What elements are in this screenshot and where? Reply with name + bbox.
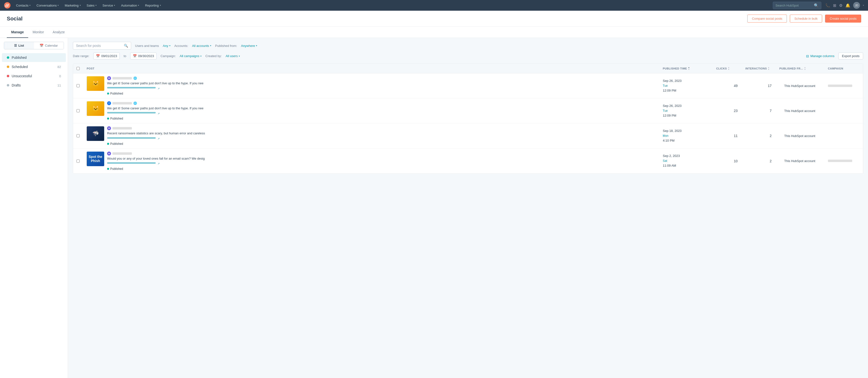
row-checkbox-4[interactable]	[73, 156, 83, 166]
posts-table: POST PUBLISHED TIME ▲ ▼ CLICKS ▲ ▼	[73, 63, 863, 174]
chevron-down-icon: ▾	[256, 44, 257, 47]
top-nav: Contacts ▾ Conversations ▾ Marketing ▾ S…	[0, 0, 868, 11]
published-time-1: Sep 26, 2023 Tue 12:09 PM	[659, 75, 712, 97]
table-row: 🦈 M Recent ransomware statistics are sca…	[73, 123, 863, 149]
status-badge-1: Published	[107, 92, 123, 95]
date-range-label: Date range:	[73, 54, 89, 58]
header-actions: Compare social posts Schedule in bulk Cr…	[747, 14, 861, 23]
clicks-4: 10	[712, 156, 741, 166]
create-social-posts-button[interactable]: Create social posts	[825, 14, 861, 23]
interactions-3: 2	[741, 130, 775, 141]
sort-desc-icon: ▼	[688, 68, 690, 70]
search-icon: 🔍	[124, 44, 128, 48]
post-cell-3[interactable]: 🦈 M Recent ransomware statistics are sca…	[83, 123, 659, 148]
drafts-status-dot	[7, 84, 9, 87]
chevron-down-icon: ▾	[239, 55, 240, 57]
sidebar-item-published[interactable]: Published	[2, 53, 66, 62]
campaign-1	[824, 81, 863, 91]
created-by-filter[interactable]: All users ▾	[226, 54, 240, 58]
row-checkbox-1[interactable]	[73, 81, 83, 91]
tab-monitor[interactable]: Monitor	[28, 27, 48, 38]
avatar[interactable]: JD	[853, 2, 860, 9]
filters-row-2: Date range: 📅 09/01/2023 to 📅 09/30/2023…	[73, 53, 863, 60]
interactions-2: 7	[741, 105, 775, 116]
accounts-label: Accounts:	[175, 44, 188, 48]
nav-service[interactable]: Service ▾	[100, 2, 118, 9]
row-checkbox-3[interactable]	[73, 131, 83, 141]
published-dot	[107, 143, 109, 145]
search-input[interactable]	[76, 44, 122, 48]
post-cell-1[interactable]: 🐱 M 🌐 We get it! Some career paths just …	[83, 73, 659, 98]
manage-columns-button[interactable]: ⊟ Manage columns	[806, 54, 835, 58]
notifications-icon[interactable]: 🔔	[845, 3, 850, 8]
schedule-in-bulk-button[interactable]: Schedule in bulk	[790, 14, 822, 23]
published-from-filter[interactable]: Anywhere ▾	[241, 44, 257, 48]
date-from-input[interactable]: 📅 09/01/2023	[93, 53, 120, 60]
sidebar-item-scheduled[interactable]: Scheduled 82	[2, 62, 66, 71]
tab-manage[interactable]: Manage	[7, 27, 28, 38]
main-content: 🔍 Users and teams Any ▾ Accounts: All ac…	[68, 38, 868, 378]
tabs-bar: Manage Monitor Analyze	[0, 27, 868, 38]
list-view-button[interactable]: ☰ List	[4, 42, 34, 49]
global-search-box[interactable]: 🔍	[773, 2, 822, 9]
published-time-3: Sep 18, 2023 Mon 4:10 PM	[659, 125, 712, 147]
nav-automation[interactable]: Automation ▾	[119, 2, 142, 9]
svg-point-1	[7, 4, 9, 6]
users-teams-filter[interactable]: Any ▾	[163, 44, 170, 48]
nav-reporting[interactable]: Reporting ▾	[143, 2, 163, 9]
page-title: Social	[7, 15, 23, 22]
calendar-view-button[interactable]: 📅 Calendar	[34, 42, 64, 49]
post-link-bar-2	[107, 112, 156, 114]
tab-analyze[interactable]: Analyze	[48, 27, 69, 38]
post-cell-4[interactable]: Spot the Phish M Would you or any of you…	[83, 149, 659, 174]
select-all-checkbox[interactable]	[76, 67, 80, 70]
accounts-filter[interactable]: All accounts ▾	[192, 44, 211, 48]
campaign-filter[interactable]: All campaigns ▾	[180, 54, 202, 58]
nav-sales[interactable]: Sales ▾	[84, 2, 99, 9]
th-published-time[interactable]: PUBLISHED TIME ▲ ▼	[659, 64, 712, 73]
th-clicks[interactable]: CLICKS ▲ ▼	[712, 64, 741, 73]
sort-asc-icon: ▲	[804, 67, 806, 68]
page-header: Social Compare social posts Schedule in …	[0, 11, 868, 27]
date-to-input[interactable]: 📅 09/30/2023	[130, 53, 157, 60]
hubspot-logo[interactable]	[4, 2, 11, 9]
search-icon: 🔍	[814, 3, 819, 8]
nav-marketing[interactable]: Marketing ▾	[62, 2, 83, 9]
sidebar-item-unsuccessful[interactable]: Unsuccessful 0	[2, 72, 66, 81]
marketplace-icon[interactable]: ⊞	[833, 3, 836, 8]
sidebar-item-drafts[interactable]: Drafts 11	[2, 81, 66, 90]
sort-desc-icon: ▼	[728, 68, 730, 70]
external-link-icon: ↗	[158, 87, 160, 90]
post-text-1: We get it! Some career paths just don't …	[107, 81, 224, 86]
table-row: Spot the Phish M Would you or any of you…	[73, 149, 863, 174]
chevron-down-icon: ▾	[160, 4, 161, 6]
compare-social-posts-button[interactable]: Compare social posts	[747, 14, 787, 23]
external-link-icon: ↗	[158, 137, 160, 140]
view-toggle: ☰ List 📅 Calendar	[4, 42, 64, 49]
row-checkbox-2[interactable]	[73, 106, 83, 116]
post-cell-2[interactable]: 🐱 f 🌐 We get it! Some career paths just …	[83, 98, 659, 123]
nav-utilities: 📞 ⊞ ⚙ 🔔 JD ▾	[825, 2, 864, 9]
th-published-from[interactable]: PUBLISHED FR... ▲ ▼	[775, 64, 824, 73]
sort-asc-icon: ▲	[688, 67, 690, 68]
phone-icon[interactable]: 📞	[825, 3, 830, 8]
global-search-input[interactable]	[775, 4, 812, 7]
nav-conversations[interactable]: Conversations ▾	[34, 2, 61, 9]
settings-icon[interactable]: ⚙	[839, 3, 842, 8]
sort-desc-icon: ▼	[768, 68, 770, 70]
unsuccessful-status-dot	[7, 75, 9, 77]
account-name-blurred	[113, 77, 132, 80]
post-thumbnail-1: 🐱	[87, 76, 104, 91]
search-box[interactable]: 🔍	[73, 42, 131, 50]
globe-icon: 🌐	[133, 101, 137, 105]
account-name-blurred	[113, 127, 132, 129]
filters-row-1: 🔍 Users and teams Any ▾ Accounts: All ac…	[73, 42, 863, 50]
sort-asc-icon: ▲	[728, 67, 730, 68]
nav-contacts[interactable]: Contacts ▾	[13, 2, 33, 9]
th-interactions[interactable]: INTERACTIONS ▲ ▼	[741, 64, 775, 73]
network-icon-facebook: f	[107, 101, 111, 105]
interactions-4: 2	[741, 156, 775, 166]
campaign-4	[824, 156, 863, 166]
chevron-down-icon: ▾	[138, 4, 139, 6]
export-posts-button[interactable]: Export posts	[838, 53, 863, 60]
